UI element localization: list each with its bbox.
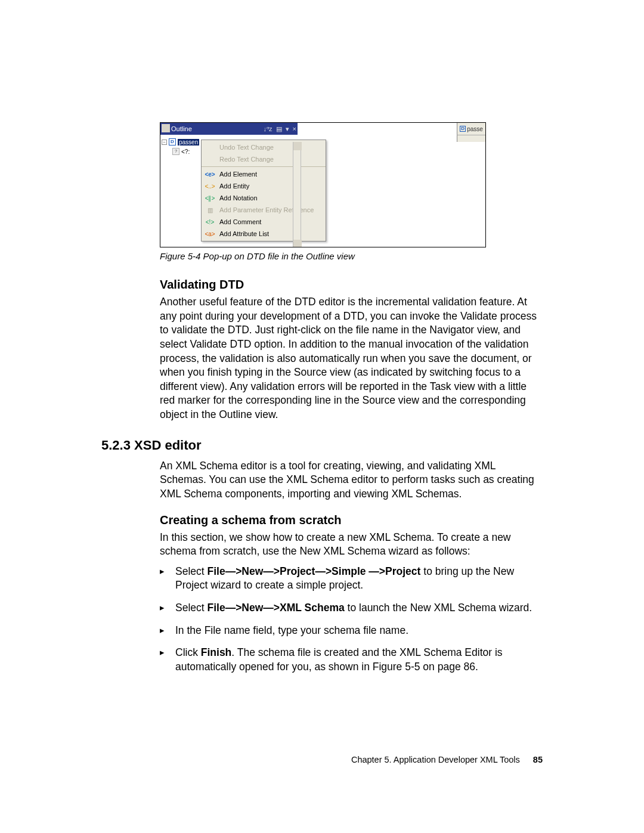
outline-tree: − D passen ? <?:	[160, 135, 201, 247]
editor-tab[interactable]: D passe	[457, 123, 485, 135]
menu-add-comment-label: Add Comment	[219, 218, 261, 225]
step-1-bold: File—>New—>Project—>Simple —>Project	[208, 565, 421, 577]
menu-add-param: ▥ Add Parameter Entity Reference	[202, 204, 326, 216]
menu-add-element[interactable]: <e> Add Element	[202, 168, 326, 180]
footer-page-number: 85	[533, 755, 543, 764]
step-4: Click Finish. The schema file is created…	[160, 646, 543, 674]
processing-instruction-icon: ?	[172, 148, 179, 155]
outline-title: Outline	[171, 125, 192, 132]
menu-add-entity-label: Add Entity	[219, 182, 249, 190]
tree-child-row[interactable]: ? <?:	[172, 147, 200, 156]
outline-toolbar: ↓ᵅz ▤ ▾ ×	[238, 123, 298, 135]
step-4-bold: Finish	[201, 646, 232, 658]
tree-child-label: <?:	[181, 148, 190, 155]
heading-create-schema: Creating a schema from scratch	[160, 513, 543, 527]
step-2-pre: Select	[175, 602, 208, 614]
footer-chapter: Chapter 5. Application Developer XML Too…	[351, 755, 520, 764]
notation-icon: <∥>	[205, 195, 215, 202]
para-xsd-editor: An XML Schema editor is a tool for creat…	[160, 459, 543, 501]
entity-icon: <..>	[205, 183, 215, 190]
step-2-post: to launch the New XML Schema wizard.	[345, 602, 532, 614]
step-2-bold: File—>New—>XML Schema	[208, 602, 345, 614]
editor-tab-secondary	[457, 135, 485, 142]
menu-redo-label: Redo Text Change	[219, 156, 274, 163]
editor-tab-label: passe	[467, 126, 483, 132]
step-1-pre: Select	[175, 565, 208, 577]
heading-validating-dtd: Validating DTD	[160, 278, 543, 292]
menu-add-entity[interactable]: <..> Add Entity	[202, 180, 326, 192]
figure-caption: Figure 5-4 Pop-up on DTD file in the Out…	[160, 251, 543, 261]
param-entity-icon: ▥	[205, 207, 215, 213]
dtd-file-icon: D	[460, 126, 466, 132]
comment-icon: <!>	[205, 219, 215, 225]
para-validating-dtd: Another useful feature of the DTD editor…	[160, 295, 543, 422]
page-footer: Chapter 5. Application Developer XML Too…	[351, 755, 543, 764]
step-3-text: In the File name field, type your schema…	[175, 624, 408, 636]
close-icon[interactable]: ×	[293, 125, 296, 132]
tree-root-row[interactable]: − D passen	[162, 137, 200, 147]
toolbar-icon[interactable]: ▤	[276, 125, 282, 133]
sort-az-icon[interactable]: ↓ᵅz	[264, 125, 273, 133]
menu-add-attrlist[interactable]: <a> Add Attribute List	[202, 228, 326, 240]
menu-redo: Redo Text Change	[202, 153, 326, 165]
vertical-scrollbar[interactable]	[293, 142, 301, 247]
menu-add-attrlist-label: Add Attribute List	[219, 230, 269, 237]
heading-xsd-editor: 5.2.3 XSD editor	[101, 438, 543, 453]
menu-add-notation-label: Add Notation	[219, 194, 258, 202]
step-3: In the File name field, type your schema…	[160, 624, 543, 638]
menu-undo-label: Undo Text Change	[219, 144, 274, 151]
menu-dropdown-icon[interactable]: ▾	[286, 125, 289, 133]
dtd-icon: D	[169, 138, 176, 145]
figure-5-4: Outline ↓ᵅz ▤ ▾ × D passe − D passen	[160, 122, 486, 247]
outline-view-icon	[162, 124, 170, 132]
collapse-icon[interactable]: −	[162, 140, 167, 145]
menu-add-notation[interactable]: <∥> Add Notation	[202, 192, 326, 204]
menu-add-element-label: Add Element	[219, 171, 257, 178]
menu-add-comment[interactable]: <!> Add Comment	[202, 216, 326, 228]
step-2: Select File—>New—>XML Schema to launch t…	[160, 601, 543, 615]
context-menu: Undo Text Change Redo Text Change <e> Ad…	[201, 140, 326, 241]
step-1: Select File—>New—>Project—>Simple —>Proj…	[160, 565, 543, 593]
steps-list: Select File—>New—>Project—>Simple —>Proj…	[160, 565, 543, 674]
element-icon: <e>	[205, 171, 215, 178]
tree-root-label: passen	[178, 139, 199, 145]
step-4-pre: Click	[175, 646, 201, 658]
menu-undo: Undo Text Change	[202, 141, 326, 153]
attribute-icon: <a>	[205, 231, 215, 237]
para-create-schema-intro: In this section, we show how to create a…	[160, 531, 543, 559]
